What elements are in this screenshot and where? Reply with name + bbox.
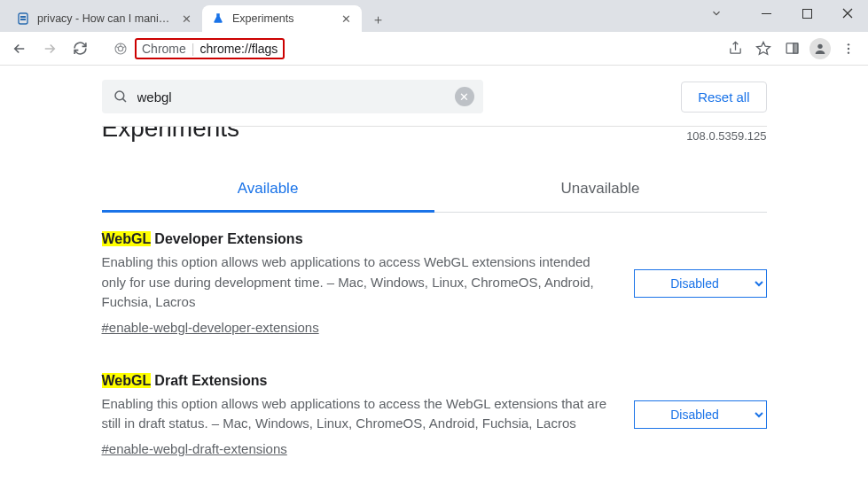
- search-input[interactable]: [102, 80, 483, 113]
- browser-tab-inactive[interactable]: privacy - How can I manipulate th ✕: [7, 5, 202, 32]
- svg-point-11: [848, 43, 849, 45]
- flag-entry: WebGL Developer Extensions Enabling this…: [102, 214, 767, 355]
- browser-tab-active[interactable]: Experiments ✕: [202, 5, 362, 32]
- close-window-button[interactable]: [827, 0, 868, 27]
- svg-rect-3: [20, 16, 26, 18]
- search-icon: [113, 89, 129, 105]
- omnibox-url: chrome://flags: [199, 42, 278, 56]
- tab-title: privacy - How can I manipulate th: [37, 12, 174, 25]
- window-controls: [696, 0, 868, 27]
- flag-description: Enabling this option allows web applicat…: [102, 252, 616, 313]
- svg-point-12: [848, 47, 849, 49]
- tab-available[interactable]: Available: [102, 167, 434, 213]
- flag-title: WebGL Developer Extensions: [102, 231, 616, 247]
- clear-search-button[interactable]: ✕: [455, 87, 474, 106]
- svg-point-13: [848, 51, 849, 53]
- toolbar-right: [723, 36, 861, 61]
- flag-description: Enabling this option allows web applicat…: [102, 394, 616, 434]
- bookmark-button[interactable]: [751, 36, 776, 61]
- new-tab-button[interactable]: ＋: [365, 7, 390, 32]
- flag-title: WebGL Draft Extensions: [102, 373, 616, 389]
- svg-rect-9: [793, 43, 797, 53]
- svg-rect-0: [762, 13, 771, 14]
- side-panel-button[interactable]: [779, 36, 804, 61]
- close-tab-icon[interactable]: ✕: [179, 12, 193, 26]
- search-wrap: ✕: [102, 80, 483, 113]
- page-content[interactable]: ✕ Reset all Experiments 108.0.5359.125 A…: [0, 66, 868, 497]
- menu-button[interactable]: [836, 36, 861, 61]
- browser-toolbar: Chrome | chrome://flags: [0, 32, 868, 66]
- omnibox-label: Chrome: [142, 42, 186, 56]
- svg-point-10: [817, 43, 822, 48]
- share-button[interactable]: [723, 36, 747, 61]
- address-highlight: Chrome | chrome://flags: [135, 38, 285, 59]
- chrome-icon: [113, 42, 128, 56]
- stackexchange-favicon-icon: [16, 12, 30, 26]
- back-button[interactable]: [7, 36, 32, 61]
- avatar-icon: [809, 38, 831, 59]
- close-tab-icon[interactable]: ✕: [339, 12, 353, 26]
- reset-all-button[interactable]: Reset all: [681, 82, 766, 113]
- search-bar-row: ✕ Reset all: [102, 66, 767, 127]
- profile-button[interactable]: [808, 36, 833, 61]
- flag-link[interactable]: #enable-webgl-draft-extensions: [102, 441, 287, 456]
- caret-down-icon: [696, 0, 737, 27]
- flask-favicon-icon: [211, 12, 225, 26]
- svg-point-14: [115, 91, 124, 100]
- flag-entry: WebGL Draft Extensions Enabling this opt…: [102, 355, 767, 477]
- flag-state-select[interactable]: Disabled: [634, 400, 767, 429]
- svg-rect-1: [802, 9, 811, 18]
- reload-button[interactable]: [67, 36, 92, 61]
- maximize-button[interactable]: [786, 0, 827, 27]
- address-bar[interactable]: Chrome | chrome://flags: [103, 35, 712, 62]
- flag-state-select[interactable]: Disabled: [634, 269, 767, 298]
- tab-title: Experiments: [232, 12, 333, 25]
- minimize-button[interactable]: [746, 0, 786, 27]
- svg-point-6: [118, 46, 122, 50]
- flag-link[interactable]: #enable-webgl-developer-extensions: [102, 320, 319, 335]
- forward-button[interactable]: [37, 36, 62, 61]
- svg-line-15: [122, 98, 126, 102]
- tab-unavailable[interactable]: Unavailable: [434, 167, 767, 213]
- version-text: 108.0.5359.125: [686, 129, 766, 143]
- page-tabs: Available Unavailable: [102, 167, 767, 214]
- svg-rect-4: [20, 19, 26, 20]
